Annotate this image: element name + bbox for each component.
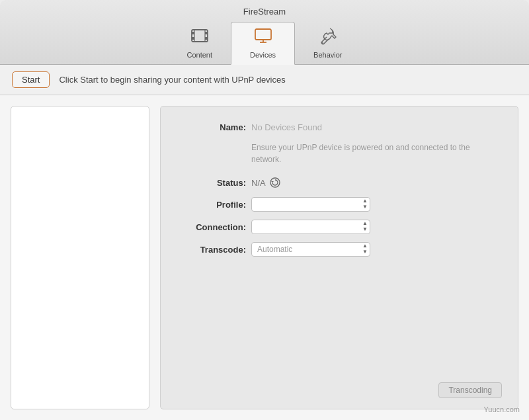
transcode-select-wrapper: Automatic ▲ ▼ xyxy=(251,242,370,257)
tab-devices[interactable]: Devices xyxy=(231,22,295,65)
name-value: No Devices Found xyxy=(251,122,322,132)
toolbar-description: Click Start to begin sharing your conten… xyxy=(59,75,285,85)
status-value: N/A xyxy=(251,178,266,188)
svg-rect-1 xyxy=(192,32,194,34)
start-button[interactable]: Start xyxy=(12,71,50,88)
profile-select-wrapper: ▲ ▼ xyxy=(251,197,370,212)
device-list-panel xyxy=(11,106,149,409)
connection-select-wrapper: ▲ ▼ xyxy=(251,220,370,234)
connection-select[interactable] xyxy=(251,220,370,234)
svg-point-11 xyxy=(270,178,280,187)
svg-point-10 xyxy=(322,42,323,44)
title-bar: FireStream Content xyxy=(0,0,529,65)
svg-rect-3 xyxy=(205,32,208,34)
svg-rect-7 xyxy=(255,29,271,40)
name-label: Name: xyxy=(177,122,246,132)
tab-bar: Content Devices xyxy=(168,22,360,64)
profile-select[interactable] xyxy=(251,197,370,212)
tab-content[interactable]: Content xyxy=(168,22,231,64)
film-icon xyxy=(190,26,209,50)
watermark: Yuucn.com xyxy=(484,405,520,413)
tab-devices-label: Devices xyxy=(250,51,276,59)
status-row: Status: N/A xyxy=(177,177,502,188)
connection-label: Connection: xyxy=(177,222,246,232)
main-content: Name: No Devices Found Ensure your UPnP … xyxy=(0,95,529,420)
transcode-row: Transcode: Automatic ▲ ▼ xyxy=(177,242,502,257)
window-title: FireStream xyxy=(243,7,286,17)
transcoding-button[interactable]: Transcoding xyxy=(438,382,502,398)
transcode-select[interactable]: Automatic xyxy=(251,242,370,257)
status-label: Status: xyxy=(177,178,246,188)
profile-row: Profile: ▲ ▼ xyxy=(177,197,502,212)
bottom-area: Transcoding xyxy=(177,265,502,398)
tools-icon xyxy=(319,26,337,50)
svg-rect-4 xyxy=(205,37,208,40)
device-detail-panel: Name: No Devices Found Ensure your UPnP … xyxy=(160,106,518,409)
app-window: FireStream Content xyxy=(0,0,529,420)
tab-behavior-label: Behavior xyxy=(313,51,342,59)
tab-behavior[interactable]: Behavior xyxy=(295,22,360,64)
svg-marker-12 xyxy=(271,181,274,183)
device-subtext: Ensure your UPnP device is powered on an… xyxy=(251,142,502,165)
profile-label: Profile: xyxy=(177,200,246,210)
connection-row: Connection: ▲ ▼ xyxy=(177,220,502,234)
name-row: Name: No Devices Found xyxy=(177,122,502,132)
svg-rect-2 xyxy=(192,37,194,40)
toolbar: Start Click Start to begin sharing your … xyxy=(0,65,529,95)
monitor-icon xyxy=(254,26,272,50)
tab-content-label: Content xyxy=(186,51,212,59)
refresh-icon[interactable] xyxy=(270,177,280,188)
transcode-label: Transcode: xyxy=(177,245,246,255)
